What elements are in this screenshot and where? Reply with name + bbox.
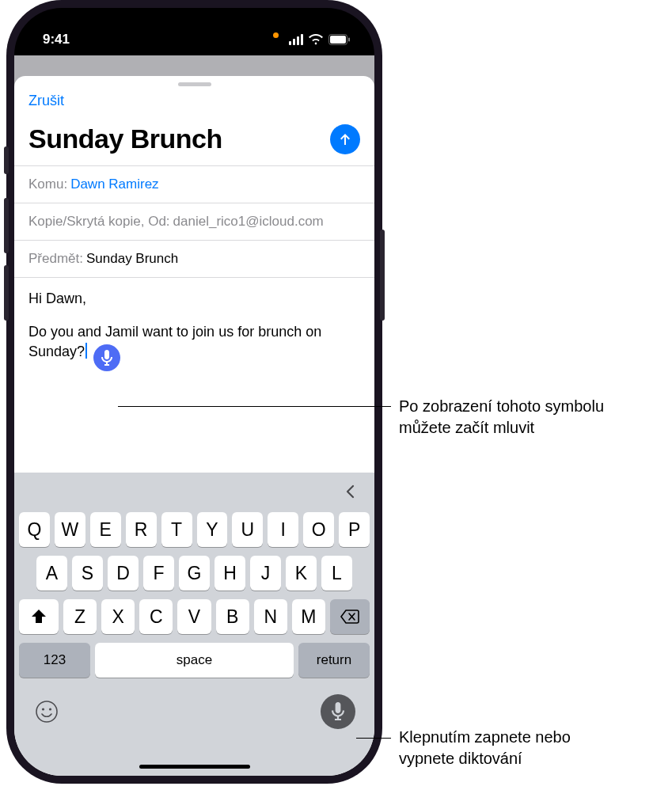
key-y[interactable]: Y: [197, 512, 228, 547]
microphone-icon: [101, 350, 113, 366]
cancel-button[interactable]: Zrušit: [14, 89, 374, 114]
body-text: Do you and Jamil want to join us for bru…: [28, 324, 321, 359]
wifi-icon: [309, 34, 323, 45]
svg-point-4: [42, 708, 44, 710]
from-address: daniel_rico1@icloud.com: [173, 214, 324, 230]
key-x[interactable]: X: [101, 599, 135, 634]
key-123[interactable]: 123: [19, 643, 90, 678]
svg-point-3: [36, 701, 57, 722]
subject-label: Předmět:: [28, 251, 83, 267]
compose-sheet: Zrušit Sunday Brunch Komu: Dawn Ramirez …: [14, 76, 374, 776]
battery-icon: [328, 34, 351, 45]
to-label: Komu:: [28, 177, 67, 192]
mic-in-use-dot: [273, 32, 279, 38]
chevron-left-icon: [344, 484, 357, 499]
to-field[interactable]: Komu: Dawn Ramirez: [14, 165, 374, 203]
key-o[interactable]: O: [303, 512, 334, 547]
key-shift[interactable]: [19, 599, 59, 634]
key-row-3: Z X C V B N M: [19, 599, 370, 634]
key-j[interactable]: J: [250, 556, 281, 591]
key-k[interactable]: K: [286, 556, 317, 591]
iphone-frame: 9:41 Zrušit Sunday Brunch: [6, 0, 382, 784]
cell-signal-icon: [289, 34, 304, 45]
key-delete[interactable]: [330, 599, 370, 634]
volume-down: [4, 265, 9, 321]
suggestion-1[interactable]: [22, 477, 173, 506]
shift-icon: [31, 610, 47, 624]
key-n[interactable]: N: [254, 599, 287, 634]
svg-rect-1: [330, 36, 346, 44]
key-r[interactable]: R: [126, 512, 157, 547]
key-m[interactable]: M: [292, 599, 325, 634]
callout-line-2: [356, 738, 391, 739]
key-row-1: Q W E R T Y U I O P: [19, 512, 370, 547]
subject-field[interactable]: Předmět: Sunday Brunch: [14, 240, 374, 278]
keyboard: Q W E R T Y U I O P A S D: [14, 473, 374, 776]
key-h[interactable]: H: [215, 556, 245, 591]
emoji-button[interactable]: [33, 698, 60, 725]
text-cursor: [85, 343, 87, 359]
send-button[interactable]: [330, 124, 360, 154]
callout-dictation-badge: Po zobrazení tohoto symbolu můžete začít…: [399, 396, 613, 439]
cc-bcc-from-field[interactable]: Kopie/Skrytá kopie, Od: daniel_rico1@icl…: [14, 203, 374, 240]
key-row-2: A S D F G H J K L: [19, 556, 370, 591]
dictation-button[interactable]: [321, 694, 355, 729]
arrow-up-icon: [337, 131, 353, 147]
key-s[interactable]: S: [72, 556, 103, 591]
cc-bcc-label: Kopie/Skrytá kopie, Od:: [28, 214, 170, 230]
key-i[interactable]: I: [268, 512, 298, 547]
microphone-icon: [331, 702, 345, 721]
key-v[interactable]: V: [177, 599, 211, 634]
to-recipient[interactable]: Dawn Ramirez: [70, 177, 158, 192]
key-t[interactable]: T: [161, 512, 192, 547]
key-g[interactable]: G: [179, 556, 210, 591]
key-u[interactable]: U: [232, 512, 263, 547]
key-return[interactable]: return: [298, 643, 370, 678]
key-p[interactable]: P: [339, 512, 370, 547]
key-b[interactable]: B: [216, 599, 249, 634]
subject-value: Sunday Brunch: [86, 251, 178, 267]
sheet-grabber[interactable]: [178, 82, 211, 86]
key-a[interactable]: A: [36, 556, 67, 591]
key-w[interactable]: W: [55, 512, 85, 547]
key-space[interactable]: space: [95, 643, 294, 678]
delete-icon: [340, 610, 359, 624]
suggestion-2[interactable]: [179, 477, 329, 506]
key-d[interactable]: D: [108, 556, 139, 591]
status-time: 9:41: [43, 32, 70, 47]
key-row-4: 123 space return: [19, 643, 370, 678]
key-z[interactable]: Z: [63, 599, 97, 634]
side-button: [380, 230, 385, 321]
volume-up: [4, 198, 9, 253]
key-f[interactable]: F: [143, 556, 174, 591]
key-e[interactable]: E: [90, 512, 121, 547]
key-q[interactable]: Q: [19, 512, 50, 547]
svg-point-5: [49, 708, 51, 710]
svg-rect-2: [348, 38, 350, 42]
body-greeting: Hi Dawn,: [28, 289, 360, 308]
emoji-icon: [35, 700, 59, 724]
dynamic-island: [143, 25, 246, 55]
home-indicator[interactable]: [139, 765, 250, 769]
suggestion-collapse[interactable]: [335, 477, 366, 506]
callout-mic-toggle: Klepnutím zapnete nebo vypnete diktování: [399, 727, 613, 769]
suggestion-bar: [14, 473, 374, 511]
compose-title: Sunday Brunch: [28, 123, 222, 154]
key-l[interactable]: L: [321, 556, 352, 591]
callout-line-1: [118, 406, 391, 407]
message-body[interactable]: Hi Dawn, Do you and Jamil want to join u…: [14, 278, 374, 375]
dictation-indicator: [93, 344, 120, 371]
mute-switch: [4, 146, 9, 174]
key-c[interactable]: C: [139, 599, 173, 634]
